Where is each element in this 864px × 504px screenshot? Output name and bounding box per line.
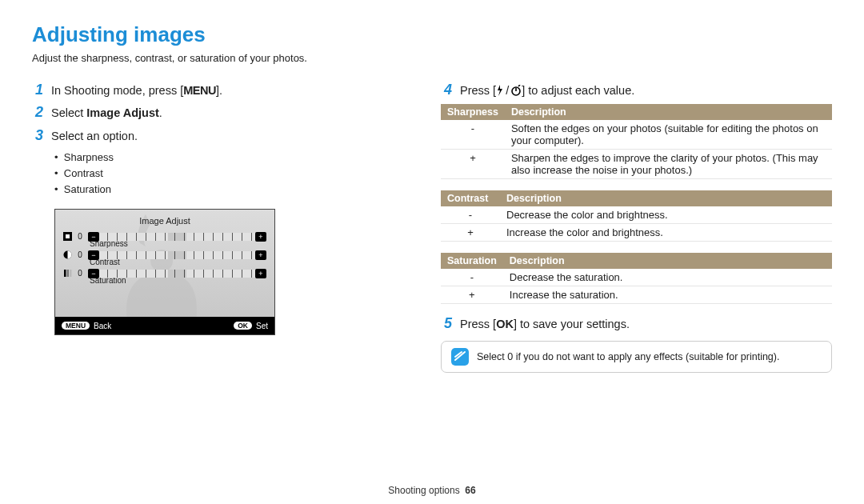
th-param: Saturation <box>441 253 503 269</box>
step-number: 5 <box>441 315 452 332</box>
note-text: Select 0 if you do not want to apply any… <box>477 351 779 362</box>
page-title: Adjusting images <box>32 22 832 47</box>
text-pre: Press [ <box>460 84 496 97</box>
svg-rect-3 <box>64 270 66 277</box>
svg-rect-1 <box>66 234 70 238</box>
table-contrast: ContrastDescription -Decrease the color … <box>441 190 832 242</box>
th-desc: Description <box>505 104 832 120</box>
preview-value: 0 <box>76 250 84 259</box>
preview-footer: MENU Back OK Set <box>55 317 274 334</box>
svg-rect-4 <box>67 270 70 277</box>
text-bold: Image Adjust <box>86 106 159 119</box>
preview-row-saturation: 0 −+ <box>63 269 266 278</box>
table-sharpness: SharpnessDescription -Soften the edges o… <box>441 104 832 179</box>
sharpness-icon <box>63 232 72 241</box>
preview-row-sharpness: 0 −+ <box>63 232 266 241</box>
step-3: 3 Select an option. <box>32 127 423 144</box>
text-post: ]. <box>216 84 222 97</box>
note-box: Select 0 if you do not want to apply any… <box>441 341 832 373</box>
step-text: In Shooting mode, press [MENU]. <box>51 82 222 98</box>
step-text: Press [OK] to save your settings. <box>460 316 630 332</box>
text-pre: In Shooting mode, press [ <box>51 84 183 97</box>
preview-meter: −+ <box>88 270 266 278</box>
preview-label: Contrast <box>90 258 266 266</box>
preview-controls: 0 −+ Sharpness 0 −+ Contrast <box>63 232 266 285</box>
menu-pill-icon: MENU <box>62 322 90 330</box>
step-number: 3 <box>32 127 43 144</box>
step-number: 1 <box>32 82 43 98</box>
td-sign: + <box>441 286 503 304</box>
text-pre: Select <box>51 106 86 119</box>
list-item: Contrast <box>54 166 423 182</box>
td-desc: Sharpen the edges to improve the clarity… <box>505 150 832 179</box>
list-item: Saturation <box>54 182 423 198</box>
th-param: Contrast <box>441 190 500 206</box>
text-pre: Press [ <box>460 318 496 330</box>
td-desc: Soften the edges on your photos (suitabl… <box>505 120 832 150</box>
preview-title: Image Adjust <box>55 216 274 226</box>
preview-label: Saturation <box>90 276 266 285</box>
preview-back-label: Back <box>94 322 111 330</box>
preview-label: Sharpness <box>90 239 266 248</box>
step-number: 2 <box>32 104 43 121</box>
td-desc: Increase the color and brightness. <box>500 224 832 242</box>
preview-meter: −+ <box>88 251 266 259</box>
col-left: 1 In Shooting mode, press [MENU]. 2 Sele… <box>32 82 423 373</box>
step-4: 4 Press [/] to adjust each value. <box>441 82 832 98</box>
menu-icon: MENU <box>183 84 216 97</box>
flash-timer-icon: / <box>496 82 522 98</box>
ok-icon: OK <box>496 318 514 330</box>
page-subtitle: Adjust the sharpness, contrast, or satur… <box>32 52 832 64</box>
text-post: . <box>159 106 162 119</box>
td-sign: - <box>441 269 503 286</box>
step-2: 2 Select Image Adjust. <box>32 104 423 121</box>
step-number: 4 <box>441 82 452 98</box>
th-param: Sharpness <box>441 104 505 120</box>
ok-pill-icon: OK <box>234 322 252 330</box>
td-sign: + <box>441 224 500 242</box>
preview-set-label: Set <box>256 322 268 330</box>
list-item: Sharpness <box>54 150 423 166</box>
td-sign: - <box>441 120 505 150</box>
preview-meter: −+ <box>88 233 266 241</box>
th-desc: Description <box>500 190 832 206</box>
page-footer: Shooting options 66 <box>0 485 864 496</box>
td-desc: Decrease the saturation. <box>503 269 832 286</box>
contrast-icon <box>63 250 72 259</box>
footer-section: Shooting options <box>388 485 459 496</box>
preview-value: 0 <box>76 232 84 241</box>
td-sign: - <box>441 206 500 224</box>
text-post: ] to save your settings. <box>514 318 630 330</box>
td-desc: Increase the saturation. <box>503 286 832 304</box>
step-text: Select an option. <box>51 128 138 144</box>
footer-page: 66 <box>465 485 475 496</box>
saturation-icon <box>63 269 72 278</box>
step-5: 5 Press [OK] to save your settings. <box>441 315 832 332</box>
td-desc: Decrease the color and brightness. <box>500 206 832 224</box>
options-list: Sharpness Contrast Saturation <box>54 150 423 198</box>
td-sign: + <box>441 150 505 179</box>
note-icon <box>451 348 469 366</box>
table-saturation: SaturationDescription -Decrease the satu… <box>441 253 832 304</box>
col-right: 4 Press [/] to adjust each value. Sharpn… <box>441 82 832 373</box>
text-post: ] to adjust each value. <box>522 84 634 97</box>
th-desc: Description <box>503 253 832 269</box>
step-1: 1 In Shooting mode, press [MENU]. <box>32 82 423 98</box>
step-text: Press [/] to adjust each value. <box>460 82 634 98</box>
step-text: Select Image Adjust. <box>51 105 162 121</box>
svg-rect-5 <box>70 270 72 277</box>
preview-screen: Image Adjust 0 −+ Sharpness 0 <box>54 209 275 335</box>
preview-row-contrast: 0 −+ <box>63 250 266 259</box>
preview-value: 0 <box>76 269 84 278</box>
